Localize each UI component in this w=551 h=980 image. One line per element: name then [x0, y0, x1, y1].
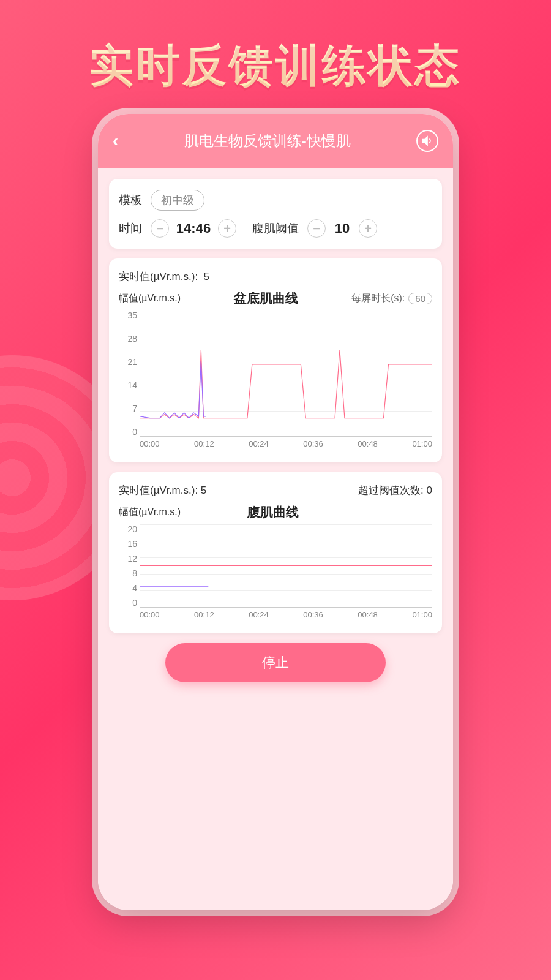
back-icon[interactable]: ‹ — [113, 131, 118, 151]
chart1-x-axis: 00:0000:12 00:2400:36 00:4801:00 — [140, 439, 432, 451]
chart2-axis-label: 幅值(µVr.m.s.) — [119, 506, 181, 519]
abdomen-chart-card: 实时值(µVr.m.s.): 5 超过阈值次数: 0 幅值(µVr.m.s.) … — [109, 472, 442, 633]
threshold-increase-button[interactable]: + — [359, 219, 377, 238]
chart2-title: 腹肌曲线 — [247, 503, 299, 521]
threshold-value: 10 — [332, 221, 353, 236]
chart2-realtime: 实时值(µVr.m.s.): 5 — [119, 483, 206, 497]
template-label: 模板 — [119, 192, 142, 208]
chart2-plot — [140, 524, 432, 608]
screen-duration-selector[interactable]: 60 — [408, 293, 432, 304]
chart1-y-axis: 3528 2114 70 — [119, 311, 137, 437]
template-selector[interactable]: 初中级 — [151, 190, 204, 211]
banner-title: 实时反馈训练状态 — [0, 0, 551, 114]
chart2-over-threshold: 超过阈值次数: 0 — [358, 483, 432, 497]
chart1-plot — [140, 311, 432, 437]
settings-card: 模板 初中级 时间 − 14:46 + 腹肌阈值 − 10 + — [109, 179, 442, 249]
time-decrease-button[interactable]: − — [151, 219, 169, 238]
threshold-decrease-button[interactable]: − — [307, 219, 326, 238]
chart2-y-axis: 2016 128 40 — [119, 524, 137, 608]
pelvic-chart-card: 实时值(µVr.m.s.): 5 幅值(µVr.m.s.) 盆底肌曲线 每屏时长… — [109, 258, 442, 462]
chart2-plot-area: 2016 128 40 00:0000:12 00:2400:36 00:480… — [119, 524, 432, 622]
sound-icon[interactable] — [416, 130, 438, 152]
app-header: ‹ 肌电生物反馈训练-快慢肌 — [98, 114, 453, 168]
chart1-plot-area: 3528 2114 70 00:0000:12 00:2400:36 00:48… — [119, 311, 432, 451]
page-title: 肌电生物反馈训练-快慢肌 — [184, 131, 351, 151]
phone-frame: ‹ 肌电生物反馈训练-快慢肌 模板 初中级 时间 − 14:46 + 腹肌阈值 — [98, 114, 453, 910]
abdomen-threshold-label: 腹肌阈值 — [252, 221, 299, 236]
content-area: 模板 初中级 时间 − 14:46 + 腹肌阈值 − 10 + — [98, 168, 453, 910]
chart1-axis-label: 幅值(µVr.m.s.) — [119, 292, 181, 305]
chart1-realtime: 实时值(µVr.m.s.): 5 — [119, 270, 209, 284]
stop-button[interactable]: 停止 — [165, 643, 386, 682]
time-label: 时间 — [119, 221, 142, 236]
time-value: 14:46 — [175, 221, 212, 236]
time-increase-button[interactable]: + — [218, 219, 236, 238]
time-stepper: − 14:46 + — [151, 219, 236, 238]
chart1-screen-duration: 每屏时长(s): 60 — [351, 292, 432, 305]
chart2-x-axis: 00:0000:12 00:2400:36 00:4801:00 — [140, 610, 432, 622]
abdomen-threshold-stepper: − 10 + — [307, 219, 377, 238]
chart1-title: 盆底肌曲线 — [234, 290, 298, 307]
